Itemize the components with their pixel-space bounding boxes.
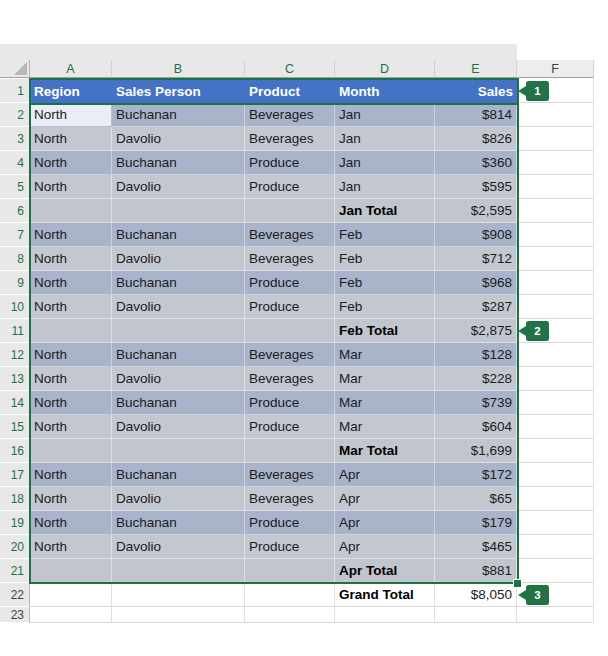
row-header-7[interactable]: 7 [0,223,30,247]
cell-A14[interactable]: North [30,391,112,415]
cell-C23[interactable] [245,607,335,623]
cell-B14[interactable]: Buchanan [112,391,245,415]
cell-C5[interactable]: Produce [245,175,335,199]
column-header-D[interactable]: D [335,60,435,78]
cell-E21[interactable]: $881 [435,559,517,583]
cell-F21[interactable] [517,559,594,583]
cell-D4[interactable]: Jan [335,151,435,175]
cell-E5[interactable]: $595 [435,175,517,199]
cell-C15[interactable]: Produce [245,415,335,439]
cell-F19[interactable] [517,511,594,535]
cell-A12[interactable]: North [30,343,112,367]
row-header-5[interactable]: 5 [0,175,30,199]
cell-A9[interactable]: North [30,271,112,295]
cell-E13[interactable]: $228 [435,367,517,391]
cell-B16[interactable] [112,439,245,463]
cell-A15[interactable]: North [30,415,112,439]
cell-E1[interactable]: Sales [435,79,517,103]
cell-E3[interactable]: $826 [435,127,517,151]
cell-C6[interactable] [245,199,335,223]
cell-A16[interactable] [30,439,112,463]
row-header-14[interactable]: 14 [0,391,30,415]
row-header-4[interactable]: 4 [0,151,30,175]
cell-D20[interactable]: Apr [335,535,435,559]
cell-D9[interactable]: Feb [335,271,435,295]
cell-D13[interactable]: Mar [335,367,435,391]
cell-F14[interactable] [517,391,594,415]
cell-E2[interactable]: $814 [435,103,517,127]
cell-F2[interactable] [517,103,594,127]
cell-A6[interactable] [30,199,112,223]
cell-E19[interactable]: $179 [435,511,517,535]
cell-A11[interactable] [30,319,112,343]
cell-B13[interactable]: Davolio [112,367,245,391]
column-header-C[interactable]: C [245,60,335,78]
cell-C19[interactable]: Produce [245,511,335,535]
cell-E23[interactable] [435,607,517,623]
row-header-13[interactable]: 13 [0,367,30,391]
cell-B3[interactable]: Davolio [112,127,245,151]
row-header-11[interactable]: 11 [0,319,30,343]
cell-D21[interactable]: Apr Total [335,559,435,583]
cell-E6[interactable]: $2,595 [435,199,517,223]
column-header-E[interactable]: E [435,60,517,78]
cell-B21[interactable] [112,559,245,583]
cell-A10[interactable]: North [30,295,112,319]
row-header-8[interactable]: 8 [0,247,30,271]
cell-E12[interactable]: $128 [435,343,517,367]
cell-B12[interactable]: Buchanan [112,343,245,367]
cell-D19[interactable]: Apr [335,511,435,535]
cell-B10[interactable]: Davolio [112,295,245,319]
row-header-21[interactable]: 21 [0,559,30,583]
cell-A8[interactable]: North [30,247,112,271]
cell-F20[interactable] [517,535,594,559]
cell-D14[interactable]: Mar [335,391,435,415]
cell-A1[interactable]: Region [30,79,112,103]
cell-D8[interactable]: Feb [335,247,435,271]
cell-B20[interactable]: Davolio [112,535,245,559]
column-header-B[interactable]: B [112,60,245,78]
cell-A3[interactable]: North [30,127,112,151]
cell-D22[interactable]: Grand Total [335,583,435,607]
column-header-A[interactable]: A [30,60,112,78]
select-all-corner[interactable] [0,60,30,78]
cell-F7[interactable] [517,223,594,247]
cell-B2[interactable]: Buchanan [112,103,245,127]
row-header-23[interactable]: 23 [0,607,30,623]
cell-C4[interactable]: Produce [245,151,335,175]
cell-A20[interactable]: North [30,535,112,559]
row-header-16[interactable]: 16 [0,439,30,463]
cell-A21[interactable] [30,559,112,583]
cell-C16[interactable] [245,439,335,463]
cell-C8[interactable]: Beverages [245,247,335,271]
cell-F17[interactable] [517,463,594,487]
cell-C21[interactable] [245,559,335,583]
row-header-2[interactable]: 2 [0,103,30,127]
cell-B17[interactable]: Buchanan [112,463,245,487]
cell-D5[interactable]: Jan [335,175,435,199]
row-header-20[interactable]: 20 [0,535,30,559]
cell-A23[interactable] [30,607,112,623]
cell-F6[interactable] [517,199,594,223]
cell-D10[interactable]: Feb [335,295,435,319]
cell-E17[interactable]: $172 [435,463,517,487]
cell-F9[interactable] [517,271,594,295]
cell-C3[interactable]: Beverages [245,127,335,151]
cell-B15[interactable]: Davolio [112,415,245,439]
cell-C22[interactable] [245,583,335,607]
cell-D6[interactable]: Jan Total [335,199,435,223]
cell-A7[interactable]: North [30,223,112,247]
cell-C18[interactable]: Beverages [245,487,335,511]
cell-F15[interactable] [517,415,594,439]
cell-E14[interactable]: $739 [435,391,517,415]
cell-C17[interactable]: Beverages [245,463,335,487]
cell-D17[interactable]: Apr [335,463,435,487]
cell-F10[interactable] [517,295,594,319]
cell-C9[interactable]: Produce [245,271,335,295]
cell-C7[interactable]: Beverages [245,223,335,247]
cell-A5[interactable]: North [30,175,112,199]
cell-C12[interactable]: Beverages [245,343,335,367]
cell-A18[interactable]: North [30,487,112,511]
cell-A2[interactable]: North [30,103,112,127]
cell-D3[interactable]: Jan [335,127,435,151]
